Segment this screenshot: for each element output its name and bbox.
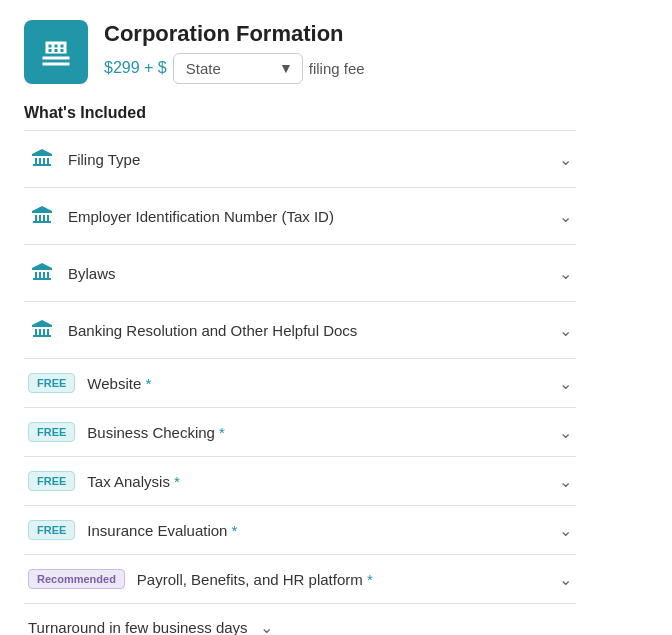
state-select[interactable]: State Alabama Alaska Arizona Arkansas Ca… xyxy=(173,53,303,84)
item-label-insurance: Insurance Evaluation * xyxy=(87,522,547,539)
list-item[interactable]: Employer Identification Number (Tax ID) … xyxy=(24,188,576,245)
logo-box xyxy=(24,20,88,84)
page-header: Corporation Formation $299 + $ State Ala… xyxy=(24,20,576,84)
page-title: Corporation Formation xyxy=(104,21,365,47)
bank-icon xyxy=(28,316,56,344)
list-item[interactable]: FREE Insurance Evaluation * ⌄ xyxy=(24,506,576,555)
chevron-icon: ⌄ xyxy=(559,570,572,589)
list-item[interactable]: FREE Tax Analysis * ⌄ xyxy=(24,457,576,506)
chevron-icon: ⌄ xyxy=(260,618,273,635)
chevron-icon: ⌄ xyxy=(559,207,572,226)
list-item[interactable]: FREE Website * ⌄ xyxy=(24,359,576,408)
chevron-icon: ⌄ xyxy=(559,150,572,169)
building-icon xyxy=(38,34,74,70)
pricing-row: $299 + $ State Alabama Alaska Arizona Ar… xyxy=(104,53,365,84)
list-item[interactable]: Filing Type ⌄ xyxy=(24,131,576,188)
chevron-icon: ⌄ xyxy=(559,472,572,491)
list-item[interactable]: Recommended Payroll, Benefits, and HR pl… xyxy=(24,555,576,604)
free-badge: FREE xyxy=(28,422,75,442)
bottom-row: Turnaround in few business days ⌄ xyxy=(24,604,576,635)
state-select-wrapper[interactable]: State Alabama Alaska Arizona Arkansas Ca… xyxy=(173,53,303,84)
bank-icon xyxy=(28,145,56,173)
free-badge: FREE xyxy=(28,520,75,540)
item-label-ein: Employer Identification Number (Tax ID) xyxy=(68,208,547,225)
list-item[interactable]: FREE Business Checking * ⌄ xyxy=(24,408,576,457)
chevron-icon: ⌄ xyxy=(559,321,572,340)
chevron-icon: ⌄ xyxy=(559,521,572,540)
items-list: Filing Type ⌄ Employer Identification Nu… xyxy=(24,130,576,604)
bank-icon xyxy=(28,202,56,230)
turnaround-label: Turnaround in few business days xyxy=(28,619,248,635)
item-label-website: Website * xyxy=(87,375,547,392)
filing-fee-text: filing fee xyxy=(309,60,365,77)
item-label-filing-type: Filing Type xyxy=(68,151,547,168)
header-text: Corporation Formation $299 + $ State Ala… xyxy=(104,21,365,84)
item-label-payroll: Payroll, Benefits, and HR platform * xyxy=(137,571,547,588)
chevron-icon: ⌄ xyxy=(559,374,572,393)
item-label-bylaws: Bylaws xyxy=(68,265,547,282)
list-item[interactable]: Bylaws ⌄ xyxy=(24,245,576,302)
list-item[interactable]: Banking Resolution and Other Helpful Doc… xyxy=(24,302,576,359)
free-badge: FREE xyxy=(28,373,75,393)
item-label-tax-analysis: Tax Analysis * xyxy=(87,473,547,490)
price-text: $299 + $ xyxy=(104,59,167,77)
item-label-banking: Banking Resolution and Other Helpful Doc… xyxy=(68,322,547,339)
whats-included-label: What's Included xyxy=(24,104,576,122)
recommended-badge: Recommended xyxy=(28,569,125,589)
free-badge: FREE xyxy=(28,471,75,491)
chevron-icon: ⌄ xyxy=(559,264,572,283)
bank-icon xyxy=(28,259,56,287)
item-label-business-checking: Business Checking * xyxy=(87,424,547,441)
chevron-icon: ⌄ xyxy=(559,423,572,442)
